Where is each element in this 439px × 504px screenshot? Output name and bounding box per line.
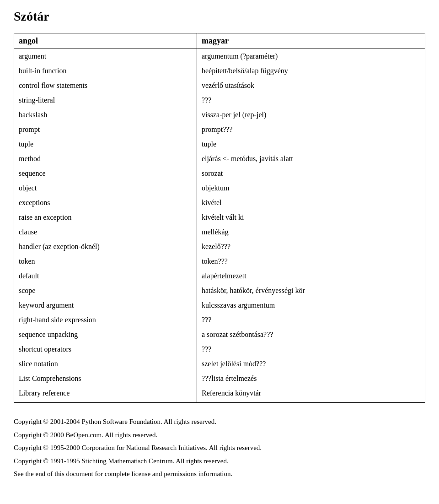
cell-magyar: kivétel <box>197 195 425 210</box>
cell-magyar: ??? <box>197 313 425 327</box>
cell-magyar: mellékág <box>197 225 425 239</box>
table-row: right-hand side expression??? <box>14 313 425 327</box>
cell-magyar: kezelő??? <box>197 239 425 254</box>
table-row: tokentoken??? <box>14 254 425 269</box>
copyright-line: Copyright © 2000 BeOpen.com. All rights … <box>14 430 425 440</box>
cell-magyar: Referencia könyvtár <box>197 386 425 403</box>
cell-magyar: a sorozat szétbontása??? <box>197 327 425 342</box>
copyright-line: See the end of this document for complet… <box>14 469 425 479</box>
cell-magyar: alapértelmezett <box>197 269 425 283</box>
cell-magyar: argumentum (?paraméter) <box>197 49 425 64</box>
cell-magyar: vissza-per jel (rep-jel) <box>197 108 425 122</box>
cell-angol: List Comprehensions <box>14 371 197 386</box>
cell-angol: right-hand side expression <box>14 313 197 327</box>
cell-angol: slice notation <box>14 357 197 371</box>
cell-angol: prompt <box>14 122 197 137</box>
cell-magyar: kivételt vált ki <box>197 210 425 225</box>
table-row: sequence unpackinga sorozat szétbontása?… <box>14 327 425 342</box>
cell-magyar: token??? <box>197 254 425 269</box>
cell-angol: control flow statements <box>14 78 197 93</box>
cell-angol: method <box>14 152 197 166</box>
table-row: raise an exceptionkivételt vált ki <box>14 210 425 225</box>
cell-angol: sequence <box>14 166 197 181</box>
table-row: sequencesorozat <box>14 166 425 181</box>
cell-magyar: vezérlő utasítások <box>197 78 425 93</box>
cell-angol: tuple <box>14 137 197 152</box>
cell-angol: raise an exception <box>14 210 197 225</box>
cell-magyar: sorozat <box>197 166 425 181</box>
col-header-angol: angol <box>14 33 197 49</box>
table-row: shortcut operators??? <box>14 342 425 357</box>
cell-angol: Library reference <box>14 386 197 403</box>
table-row: promptprompt??? <box>14 122 425 137</box>
table-row: keyword argumentkulcsszavas argumentum <box>14 298 425 313</box>
cell-magyar: hatáskör, hatókör, érvényességi kör <box>197 283 425 298</box>
cell-angol: token <box>14 254 197 269</box>
cell-angol: object <box>14 181 197 195</box>
cell-angol: argument <box>14 49 197 64</box>
cell-angol: clause <box>14 225 197 239</box>
table-row: tupletuple <box>14 137 425 152</box>
cell-angol: scope <box>14 283 197 298</box>
table-row: argumentargumentum (?paraméter) <box>14 49 425 64</box>
cell-magyar: prompt??? <box>197 122 425 137</box>
table-row: control flow statementsvezérlő utasításo… <box>14 78 425 93</box>
dictionary-table: angol magyar argumentargumentum (?paramé… <box>14 33 425 403</box>
table-row: methodeljárás <- metódus, javítás alatt <box>14 152 425 166</box>
table-row: Library referenceReferencia könyvtár <box>14 386 425 403</box>
copyright-line: Copyright © 1995-2000 Corporation for Na… <box>14 443 425 453</box>
copyright-line: Copyright © 1991-1995 Stichting Mathemat… <box>14 456 425 466</box>
col-header-magyar: magyar <box>197 33 425 49</box>
copyright-section: Copyright © 2001-2004 Python Software Fo… <box>14 417 425 479</box>
cell-angol: built-in function <box>14 64 197 78</box>
cell-angol: keyword argument <box>14 298 197 313</box>
cell-magyar: ??? <box>197 342 425 357</box>
cell-magyar: beépített/belső/alap függvény <box>197 64 425 78</box>
table-row: exceptionskivétel <box>14 195 425 210</box>
table-row: defaultalapértelmezett <box>14 269 425 283</box>
table-row: scopehatáskör, hatókör, érvényességi kör <box>14 283 425 298</box>
cell-angol: handler (az exeption-öknél) <box>14 239 197 254</box>
page-title: Szótár <box>14 9 425 24</box>
cell-magyar: ??? <box>197 93 425 108</box>
cell-angol: exceptions <box>14 195 197 210</box>
table-row: handler (az exeption-öknél)kezelő??? <box>14 239 425 254</box>
cell-angol: backslash <box>14 108 197 122</box>
table-row: backslashvissza-per jel (rep-jel) <box>14 108 425 122</box>
cell-magyar: ???lista értelmezés <box>197 371 425 386</box>
table-row: slice notationszelet jelölési mód??? <box>14 357 425 371</box>
cell-angol: default <box>14 269 197 283</box>
cell-angol: string-literal <box>14 93 197 108</box>
table-row: List Comprehensions???lista értelmezés <box>14 371 425 386</box>
cell-magyar: szelet jelölési mód??? <box>197 357 425 371</box>
cell-angol: shortcut operators <box>14 342 197 357</box>
table-row: built-in functionbeépített/belső/alap fü… <box>14 64 425 78</box>
cell-magyar: kulcsszavas argumentum <box>197 298 425 313</box>
copyright-line: Copyright © 2001-2004 Python Software Fo… <box>14 417 425 427</box>
cell-magyar: eljárás <- metódus, javítás alatt <box>197 152 425 166</box>
cell-magyar: tuple <box>197 137 425 152</box>
table-row: objectobjektum <box>14 181 425 195</box>
cell-magyar: objektum <box>197 181 425 195</box>
table-row: string-literal??? <box>14 93 425 108</box>
cell-angol: sequence unpacking <box>14 327 197 342</box>
table-row: clausemellékág <box>14 225 425 239</box>
